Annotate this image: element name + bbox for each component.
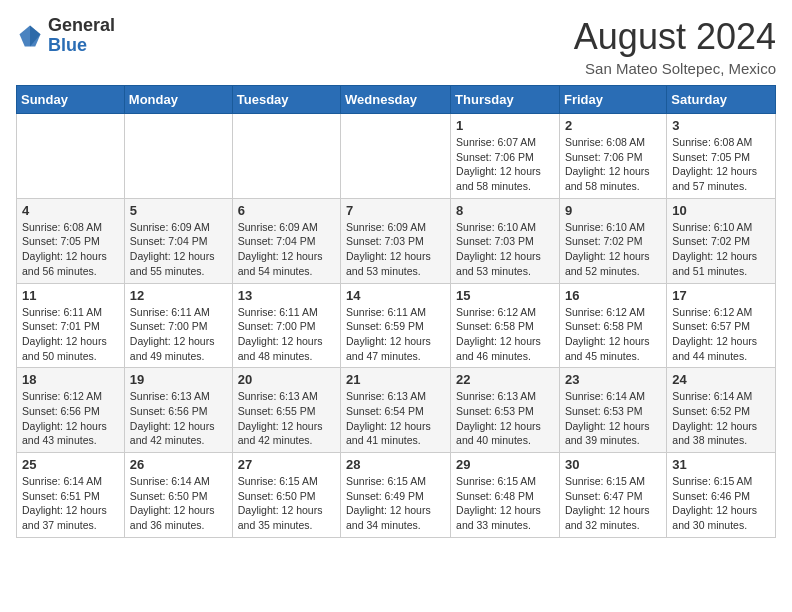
day-number: 17 — [672, 288, 770, 303]
calendar-cell: 10Sunrise: 6:10 AM Sunset: 7:02 PM Dayli… — [667, 198, 776, 283]
day-number: 24 — [672, 372, 770, 387]
day-number: 16 — [565, 288, 661, 303]
day-info: Sunrise: 6:12 AM Sunset: 6:58 PM Dayligh… — [456, 305, 554, 364]
day-info: Sunrise: 6:14 AM Sunset: 6:53 PM Dayligh… — [565, 389, 661, 448]
calendar-week-row: 1Sunrise: 6:07 AM Sunset: 7:06 PM Daylig… — [17, 114, 776, 199]
calendar-cell: 29Sunrise: 6:15 AM Sunset: 6:48 PM Dayli… — [451, 453, 560, 538]
calendar-header-row: SundayMondayTuesdayWednesdayThursdayFrid… — [17, 86, 776, 114]
calendar-cell: 15Sunrise: 6:12 AM Sunset: 6:58 PM Dayli… — [451, 283, 560, 368]
calendar-week-row: 18Sunrise: 6:12 AM Sunset: 6:56 PM Dayli… — [17, 368, 776, 453]
day-info: Sunrise: 6:11 AM Sunset: 7:00 PM Dayligh… — [130, 305, 227, 364]
day-header-tuesday: Tuesday — [232, 86, 340, 114]
day-header-saturday: Saturday — [667, 86, 776, 114]
day-number: 25 — [22, 457, 119, 472]
day-info: Sunrise: 6:10 AM Sunset: 7:03 PM Dayligh… — [456, 220, 554, 279]
day-info: Sunrise: 6:09 AM Sunset: 7:03 PM Dayligh… — [346, 220, 445, 279]
day-number: 1 — [456, 118, 554, 133]
calendar-cell: 28Sunrise: 6:15 AM Sunset: 6:49 PM Dayli… — [341, 453, 451, 538]
day-info: Sunrise: 6:08 AM Sunset: 7:05 PM Dayligh… — [22, 220, 119, 279]
day-number: 2 — [565, 118, 661, 133]
day-info: Sunrise: 6:13 AM Sunset: 6:56 PM Dayligh… — [130, 389, 227, 448]
day-number: 9 — [565, 203, 661, 218]
day-number: 31 — [672, 457, 770, 472]
calendar-cell: 11Sunrise: 6:11 AM Sunset: 7:01 PM Dayli… — [17, 283, 125, 368]
day-info: Sunrise: 6:07 AM Sunset: 7:06 PM Dayligh… — [456, 135, 554, 194]
calendar-week-row: 4Sunrise: 6:08 AM Sunset: 7:05 PM Daylig… — [17, 198, 776, 283]
calendar-cell: 12Sunrise: 6:11 AM Sunset: 7:00 PM Dayli… — [124, 283, 232, 368]
calendar-cell — [232, 114, 340, 199]
calendar-cell: 14Sunrise: 6:11 AM Sunset: 6:59 PM Dayli… — [341, 283, 451, 368]
day-header-thursday: Thursday — [451, 86, 560, 114]
day-number: 15 — [456, 288, 554, 303]
day-number: 20 — [238, 372, 335, 387]
month-title: August 2024 — [574, 16, 776, 58]
day-info: Sunrise: 6:14 AM Sunset: 6:51 PM Dayligh… — [22, 474, 119, 533]
day-number: 19 — [130, 372, 227, 387]
title-block: August 2024 San Mateo Soltepec, Mexico — [574, 16, 776, 77]
day-number: 21 — [346, 372, 445, 387]
calendar-cell: 21Sunrise: 6:13 AM Sunset: 6:54 PM Dayli… — [341, 368, 451, 453]
day-info: Sunrise: 6:15 AM Sunset: 6:47 PM Dayligh… — [565, 474, 661, 533]
day-number: 27 — [238, 457, 335, 472]
day-info: Sunrise: 6:11 AM Sunset: 7:01 PM Dayligh… — [22, 305, 119, 364]
calendar-cell: 25Sunrise: 6:14 AM Sunset: 6:51 PM Dayli… — [17, 453, 125, 538]
logo-text: General Blue — [48, 16, 115, 56]
day-info: Sunrise: 6:14 AM Sunset: 6:50 PM Dayligh… — [130, 474, 227, 533]
calendar-cell: 8Sunrise: 6:10 AM Sunset: 7:03 PM Daylig… — [451, 198, 560, 283]
day-number: 10 — [672, 203, 770, 218]
day-header-sunday: Sunday — [17, 86, 125, 114]
day-info: Sunrise: 6:13 AM Sunset: 6:54 PM Dayligh… — [346, 389, 445, 448]
day-info: Sunrise: 6:09 AM Sunset: 7:04 PM Dayligh… — [130, 220, 227, 279]
calendar-cell — [17, 114, 125, 199]
calendar-cell: 13Sunrise: 6:11 AM Sunset: 7:00 PM Dayli… — [232, 283, 340, 368]
calendar-cell — [124, 114, 232, 199]
day-number: 13 — [238, 288, 335, 303]
day-number: 4 — [22, 203, 119, 218]
calendar-cell: 31Sunrise: 6:15 AM Sunset: 6:46 PM Dayli… — [667, 453, 776, 538]
calendar-week-row: 25Sunrise: 6:14 AM Sunset: 6:51 PM Dayli… — [17, 453, 776, 538]
day-info: Sunrise: 6:11 AM Sunset: 6:59 PM Dayligh… — [346, 305, 445, 364]
day-info: Sunrise: 6:11 AM Sunset: 7:00 PM Dayligh… — [238, 305, 335, 364]
calendar-cell: 19Sunrise: 6:13 AM Sunset: 6:56 PM Dayli… — [124, 368, 232, 453]
day-number: 30 — [565, 457, 661, 472]
calendar-cell: 30Sunrise: 6:15 AM Sunset: 6:47 PM Dayli… — [559, 453, 666, 538]
calendar-cell: 16Sunrise: 6:12 AM Sunset: 6:58 PM Dayli… — [559, 283, 666, 368]
calendar-cell: 3Sunrise: 6:08 AM Sunset: 7:05 PM Daylig… — [667, 114, 776, 199]
calendar-cell: 5Sunrise: 6:09 AM Sunset: 7:04 PM Daylig… — [124, 198, 232, 283]
day-info: Sunrise: 6:15 AM Sunset: 6:48 PM Dayligh… — [456, 474, 554, 533]
calendar-cell: 17Sunrise: 6:12 AM Sunset: 6:57 PM Dayli… — [667, 283, 776, 368]
day-number: 6 — [238, 203, 335, 218]
day-header-wednesday: Wednesday — [341, 86, 451, 114]
day-number: 11 — [22, 288, 119, 303]
day-number: 8 — [456, 203, 554, 218]
day-info: Sunrise: 6:14 AM Sunset: 6:52 PM Dayligh… — [672, 389, 770, 448]
day-number: 5 — [130, 203, 227, 218]
logo-icon — [16, 22, 44, 50]
day-number: 29 — [456, 457, 554, 472]
day-header-friday: Friday — [559, 86, 666, 114]
day-number: 3 — [672, 118, 770, 133]
calendar-cell: 24Sunrise: 6:14 AM Sunset: 6:52 PM Dayli… — [667, 368, 776, 453]
day-number: 7 — [346, 203, 445, 218]
day-info: Sunrise: 6:15 AM Sunset: 6:46 PM Dayligh… — [672, 474, 770, 533]
day-info: Sunrise: 6:10 AM Sunset: 7:02 PM Dayligh… — [565, 220, 661, 279]
calendar-cell: 22Sunrise: 6:13 AM Sunset: 6:53 PM Dayli… — [451, 368, 560, 453]
calendar: SundayMondayTuesdayWednesdayThursdayFrid… — [16, 85, 776, 538]
day-number: 18 — [22, 372, 119, 387]
day-info: Sunrise: 6:13 AM Sunset: 6:53 PM Dayligh… — [456, 389, 554, 448]
day-number: 12 — [130, 288, 227, 303]
calendar-cell: 2Sunrise: 6:08 AM Sunset: 7:06 PM Daylig… — [559, 114, 666, 199]
day-info: Sunrise: 6:08 AM Sunset: 7:05 PM Dayligh… — [672, 135, 770, 194]
day-number: 28 — [346, 457, 445, 472]
page-header: General Blue August 2024 San Mateo Solte… — [16, 16, 776, 77]
calendar-cell: 7Sunrise: 6:09 AM Sunset: 7:03 PM Daylig… — [341, 198, 451, 283]
day-info: Sunrise: 6:08 AM Sunset: 7:06 PM Dayligh… — [565, 135, 661, 194]
calendar-cell: 9Sunrise: 6:10 AM Sunset: 7:02 PM Daylig… — [559, 198, 666, 283]
day-info: Sunrise: 6:15 AM Sunset: 6:50 PM Dayligh… — [238, 474, 335, 533]
day-info: Sunrise: 6:13 AM Sunset: 6:55 PM Dayligh… — [238, 389, 335, 448]
calendar-cell: 1Sunrise: 6:07 AM Sunset: 7:06 PM Daylig… — [451, 114, 560, 199]
calendar-week-row: 11Sunrise: 6:11 AM Sunset: 7:01 PM Dayli… — [17, 283, 776, 368]
location: San Mateo Soltepec, Mexico — [574, 60, 776, 77]
day-number: 26 — [130, 457, 227, 472]
day-info: Sunrise: 6:15 AM Sunset: 6:49 PM Dayligh… — [346, 474, 445, 533]
